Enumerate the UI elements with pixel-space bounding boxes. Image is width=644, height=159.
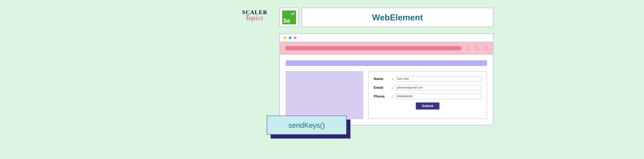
browser-window: Name : John Doe Email : johndoe@gmail.co…	[280, 34, 493, 125]
image-placeholder-panel	[286, 71, 363, 119]
form-row-name: Name : John Doe	[374, 76, 482, 82]
form-card: Name : John Doe Email : johndoe@gmail.co…	[368, 71, 487, 119]
form-row-phone: Phone : 9999990000	[374, 94, 482, 99]
toolbar-dot-1	[466, 46, 470, 50]
phone-label: Phone	[374, 94, 392, 98]
toolbar-dot-2	[475, 46, 479, 50]
checkmark-icon	[291, 12, 295, 16]
callout-box: sendKeys()	[267, 116, 346, 135]
scaler-topics-logo: SCALER Topics	[242, 9, 276, 22]
name-label: Name	[374, 77, 392, 81]
header-row: Se WebElement	[280, 8, 493, 27]
submit-button[interactable]: Submit	[416, 102, 440, 110]
toolbar-dot-3	[484, 46, 488, 50]
phone-field[interactable]: 9999990000	[395, 94, 482, 99]
name-value: John Doe	[397, 77, 409, 80]
browser-titlebar	[280, 34, 493, 42]
webelement-title: WebElement	[372, 12, 423, 22]
email-label: Email	[374, 86, 392, 90]
browser-toolbar	[280, 42, 493, 54]
colon: :	[392, 77, 395, 81]
callout-text: sendKeys()	[288, 121, 325, 129]
form-row-email: Email : johndoe@gmail.com	[374, 85, 482, 90]
webelement-title-box: WebElement	[302, 8, 493, 27]
email-value: johndoe@gmail.com	[397, 86, 423, 89]
traffic-light-blue	[289, 36, 292, 39]
colon: :	[392, 94, 395, 98]
traffic-light-pink	[294, 36, 297, 39]
address-bar[interactable]	[285, 46, 462, 50]
selenium-badge-inner: Se	[282, 10, 296, 24]
browser-content: Name : John Doe Email : johndoe@gmail.co…	[280, 54, 493, 125]
name-field[interactable]: John Doe	[395, 76, 482, 82]
logo-line2: Topics	[245, 14, 276, 22]
selenium-badge: Se	[280, 8, 299, 27]
colon: :	[392, 86, 395, 90]
email-field[interactable]: johndoe@gmail.com	[395, 85, 482, 90]
phone-value: 9999990000	[397, 95, 412, 98]
selenium-text: Se	[283, 18, 290, 24]
purple-band	[286, 60, 487, 66]
sendkeys-callout: sendKeys()	[267, 116, 346, 135]
traffic-light-yellow	[284, 36, 286, 39]
